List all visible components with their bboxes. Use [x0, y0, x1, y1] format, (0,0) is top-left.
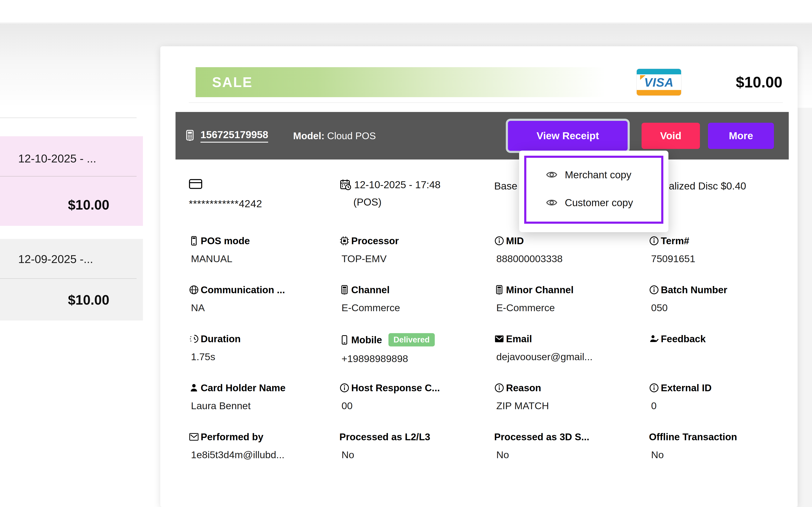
visa-wordmark: VISA	[644, 75, 673, 89]
field-batch-number: Batch Number 050	[649, 284, 783, 314]
transaction-datetime: 12-10-2025 - 17:48	[354, 179, 441, 190]
transaction-type-label: SALE	[212, 74, 253, 90]
void-button[interactable]: Void	[642, 123, 700, 149]
detail-row: POS mode MANUAL Processor TOP-EMV MID 88…	[189, 235, 783, 265]
field-communication: Communication ... NA	[189, 284, 339, 314]
detail-row: Card Holder Name Laura Bennet Host Respo…	[189, 382, 783, 411]
eye-icon	[546, 169, 558, 181]
detail-row: Duration 1.75s MobileDelivered +19898989…	[189, 333, 783, 364]
mobile-icon	[339, 335, 350, 345]
eye-icon	[546, 197, 558, 209]
mail-outline-icon	[189, 432, 199, 442]
view-receipt-menu-frame: Merchant copy Customer copy	[524, 156, 663, 224]
field-external-id: External ID 0	[649, 382, 783, 411]
model-label: Model:	[293, 130, 324, 141]
model-info: Model: Cloud POS	[293, 130, 376, 142]
transaction-date: 12-10-2025 - ...	[18, 152, 96, 165]
field-feedback: Feedback	[649, 333, 783, 364]
field-host-response-code: Host Response C... 00	[339, 382, 494, 411]
visa-logo: VISA	[636, 68, 681, 96]
transaction-detail-card: SALE VISA $10.00	[160, 46, 798, 507]
info-icon	[494, 383, 504, 393]
sale-banner: SALE	[196, 67, 627, 97]
field-mobile: MobileDelivered +19898989898	[339, 333, 494, 364]
view-receipt-button[interactable]: View Receipt	[508, 121, 627, 151]
field-pos-mode: POS mode MANUAL	[189, 235, 339, 265]
menu-item-merchant-copy[interactable]: Merchant copy	[546, 161, 661, 189]
transaction-date: 12-09-2025 -...	[18, 252, 93, 266]
more-button[interactable]: More	[708, 123, 774, 149]
transaction-toolbar: 156725179958 Model: Cloud POS View Recei…	[175, 112, 789, 160]
field-card-holder-name: Card Holder Name Laura Bennet	[189, 382, 339, 411]
person-icon	[189, 383, 199, 393]
info-icon	[494, 236, 504, 246]
transaction-amount: $10.00	[0, 197, 109, 213]
menu-item-customer-copy[interactable]: Customer copy	[546, 189, 661, 217]
smartphone-icon	[189, 236, 199, 246]
model-value: Cloud POS	[324, 130, 376, 141]
field-mid: MID 888000003338	[494, 235, 649, 265]
field-duration: Duration 1.75s	[189, 333, 339, 364]
transaction-amount: $10.00	[0, 292, 109, 308]
field-reason: Reason ZIP MATCH	[494, 382, 649, 411]
info-icon	[649, 383, 659, 393]
info-icon	[339, 383, 350, 393]
person-check-icon	[649, 334, 659, 344]
field-processor: Processor TOP-EMV	[339, 235, 494, 265]
summary-row: ************4242 12-10-2025 - 17:48	[189, 178, 783, 210]
datetime-block: 12-10-2025 - 17:48 (POS)	[339, 178, 494, 210]
field-term-number: Term# 75091651	[649, 235, 783, 265]
list-item-divider	[0, 278, 137, 279]
duration-clock-icon	[189, 334, 199, 344]
masked-card-number: ************4242	[189, 198, 339, 210]
field-processed-3ds: Processed as 3D S... No	[494, 431, 649, 460]
delivered-badge: Delivered	[389, 333, 435, 346]
pos-terminal-icon	[339, 285, 350, 295]
detail-row: Communication ... NA Channel E-Commerce …	[189, 284, 783, 314]
banner-divider	[189, 103, 783, 103]
field-email: Email dejavoouser@gmail...	[494, 333, 649, 364]
field-channel: Channel E-Commerce	[339, 284, 494, 314]
pos-terminal-icon	[494, 285, 504, 295]
transaction-amount-total: $10.00	[736, 73, 782, 91]
visa-flame-accent	[640, 75, 646, 80]
mail-filled-icon	[494, 334, 504, 344]
pos-terminal-icon	[184, 129, 196, 142]
page-right-gutter	[798, 108, 812, 507]
top-strip	[0, 0, 812, 23]
menu-item-label: Merchant copy	[565, 169, 631, 181]
list-item-divider	[0, 117, 137, 118]
field-processed-l2l3: Processed as L2/L3 No	[339, 431, 494, 460]
transaction-banner-row: SALE VISA $10.00	[196, 67, 782, 97]
info-icon	[649, 236, 659, 246]
transaction-id-link[interactable]: 156725179958	[200, 129, 268, 143]
transaction-list-item-selected[interactable]: 12-10-2025 - ... $10.00	[0, 136, 143, 226]
calendar-clock-icon	[339, 178, 352, 191]
field-performed-by: Performed by 1e8i5t3d4m@illubd...	[189, 431, 339, 460]
visa-band-top	[637, 69, 681, 74]
visa-band-bottom	[637, 90, 681, 96]
menu-item-label: Customer copy	[565, 197, 633, 209]
transaction-list-item[interactable]: 12-09-2025 -... $10.00	[0, 239, 143, 321]
finalized-disc-fragment: alized Disc $0.40	[649, 178, 783, 210]
chip-icon	[339, 236, 350, 246]
field-minor-channel: Minor Channel E-Commerce	[494, 284, 649, 314]
globe-icon	[189, 285, 199, 295]
credit-card-icon	[189, 178, 202, 189]
view-receipt-menu: Merchant copy Customer copy	[519, 151, 668, 232]
datetime-source: (POS)	[339, 196, 494, 208]
info-icon	[649, 285, 659, 295]
field-offline-transaction: Offline Transaction No	[649, 431, 783, 460]
card-number-block: ************4242	[189, 178, 339, 210]
list-item-divider	[0, 176, 137, 177]
detail-row: Performed by 1e8i5t3d4m@illubd... Proces…	[189, 431, 783, 460]
